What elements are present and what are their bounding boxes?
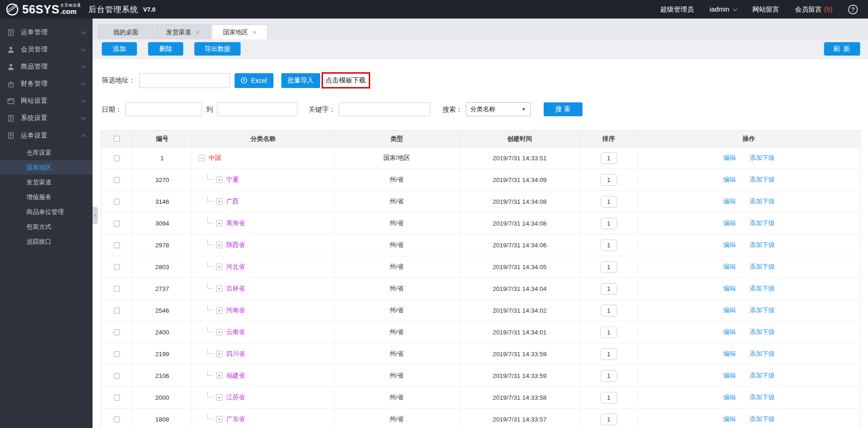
row-sort-order-input[interactable]: 1 [601,283,617,295]
expand-node-icon[interactable]: + [216,285,223,292]
sidebar-subitem-country-region[interactable]: 国家地区 [0,160,93,175]
row-checkbox[interactable] [114,286,120,292]
row-category-name[interactable]: 河南省 [226,306,245,315]
sidebar-subitem-shipping-channel[interactable]: 发货渠道 [0,175,93,190]
add-child-link[interactable]: 添加下级 [750,219,775,227]
edit-link[interactable]: 编辑 [723,219,736,227]
expand-node-icon[interactable]: + [216,416,223,422]
row-sort-order-input[interactable]: 1 [601,370,617,382]
row-category-name[interactable]: 河北省 [226,263,245,271]
row-checkbox[interactable] [114,199,120,205]
sidebar-item-system-settings[interactable]: 系统设置 [0,110,93,127]
add-child-link[interactable]: 添加下级 [750,284,775,293]
expand-node-icon[interactable]: + [216,220,223,227]
row-checkbox[interactable] [114,329,120,335]
sidebar-subitem-warehouse[interactable]: 仓库设置 [0,145,93,160]
expand-node-icon[interactable]: + [216,329,223,335]
row-checkbox[interactable] [114,242,120,248]
row-sort-order-input[interactable]: 1 [601,174,617,186]
help-icon[interactable]: ? [848,5,858,14]
edit-link[interactable]: 编辑 [723,306,736,315]
sidebar-item-website-settings[interactable]: 网站设置 [0,93,93,110]
sidebar-subitem-tracking-api[interactable]: 追踪接口 [0,234,93,249]
row-sort-order-input[interactable]: 1 [601,218,617,229]
excel-export-button[interactable]: Excel [235,73,273,88]
tab-shipping-channel[interactable]: 发货渠道 × [155,25,211,39]
edit-link[interactable]: 编辑 [723,328,736,336]
row-checkbox[interactable] [114,395,120,401]
edit-link[interactable]: 编辑 [723,197,736,206]
row-sort-order-input[interactable]: 1 [601,348,617,360]
sidebar-subitem-packaging[interactable]: 包装方式 [0,220,93,234]
sidebar-subitem-product-unit[interactable]: 商品单位管理 [0,205,93,220]
expand-node-icon[interactable]: + [216,394,223,401]
search-button[interactable]: 搜 索 [544,102,583,116]
row-checkbox[interactable] [114,373,120,379]
row-checkbox[interactable] [114,264,120,270]
member-messages-link[interactable]: 会员留言(5) [795,5,832,14]
delete-button[interactable]: 删除 [148,42,183,56]
row-category-name[interactable]: 广西 [226,197,239,206]
sidebar-item-member-mgmt[interactable]: 会员管理 [0,41,93,58]
expand-node-icon[interactable]: + [216,307,223,314]
row-category-name[interactable]: 中国 [209,154,221,162]
add-child-link[interactable]: 添加下级 [750,350,775,358]
row-checkbox[interactable] [114,308,120,314]
add-child-link[interactable]: 添加下级 [750,263,775,271]
add-child-link[interactable]: 添加下级 [750,371,775,380]
row-category-name[interactable]: 云南省 [226,328,245,336]
row-checkbox[interactable] [114,351,120,357]
row-checkbox[interactable] [114,155,120,161]
row-checkbox[interactable] [114,220,120,227]
row-category-name[interactable]: 陕西省 [226,241,245,249]
add-child-link[interactable]: 添加下级 [750,241,775,249]
batch-import-button[interactable]: 批量导入 [281,73,320,88]
row-category-name[interactable]: 广东省 [226,415,245,423]
sidebar-item-product-mgmt[interactable]: 商品管理 [0,58,93,76]
sidebar-subitem-value-added[interactable]: 增值服务 [0,190,93,205]
row-checkbox[interactable] [114,177,120,183]
row-sort-order-input[interactable]: 1 [601,327,617,338]
refresh-button[interactable]: 刷 新 [824,42,860,56]
search-type-select[interactable]: 分类名称 ▼ [466,102,531,116]
close-icon[interactable]: × [196,29,199,36]
row-sort-order-input[interactable]: 1 [601,261,617,273]
user-menu[interactable]: iadmin [710,6,737,13]
sidebar-collapse-handle[interactable]: ‹ [93,207,98,224]
expand-node-icon[interactable]: + [216,242,223,248]
add-child-link[interactable]: 添加下级 [750,415,775,423]
row-sort-order-input[interactable]: 1 [601,392,617,403]
expand-node-icon[interactable]: + [216,198,223,205]
edit-link[interactable]: 编辑 [723,393,736,402]
date-to-input[interactable] [217,102,298,116]
sidebar-item-waybill-mgmt[interactable]: 运单管理 [0,24,93,41]
row-category-name[interactable]: 四川省 [226,350,245,358]
edit-link[interactable]: 编辑 [723,350,736,358]
sidebar-item-waybill-settings[interactable]: 运单设置 [0,127,93,144]
edit-link[interactable]: 编辑 [723,154,736,162]
add-child-link[interactable]: 添加下级 [750,154,775,162]
template-download-link[interactable]: 点击模板下载 [322,72,370,88]
add-child-link[interactable]: 添加下级 [750,306,775,315]
row-sort-order-input[interactable]: 1 [601,414,617,425]
site-messages-link[interactable]: 网站留言 [752,5,779,14]
add-child-link[interactable]: 添加下级 [750,197,775,206]
edit-link[interactable]: 编辑 [723,371,736,380]
export-data-button[interactable]: 导出数据 [194,42,241,56]
date-from-input[interactable] [125,102,202,116]
expand-node-icon[interactable]: + [216,351,223,357]
edit-link[interactable]: 编辑 [723,415,736,423]
add-button[interactable]: 添加 [102,42,137,56]
tab-country-region[interactable]: 国家地区 × [212,25,267,39]
edit-link[interactable]: 编辑 [723,263,736,271]
expand-node-icon[interactable]: + [216,176,223,183]
collapse-node-icon[interactable]: − [198,155,205,161]
row-category-name[interactable]: 福建省 [226,371,245,380]
row-sort-order-input[interactable]: 1 [601,305,617,316]
row-category-name[interactable]: 吉林省 [226,284,245,293]
expand-node-icon[interactable]: + [216,372,223,379]
add-child-link[interactable]: 添加下级 [750,393,775,402]
edit-link[interactable]: 编辑 [723,241,736,249]
row-category-name[interactable]: 宁夏 [226,176,239,184]
row-category-name[interactable]: 江苏省 [226,393,245,402]
